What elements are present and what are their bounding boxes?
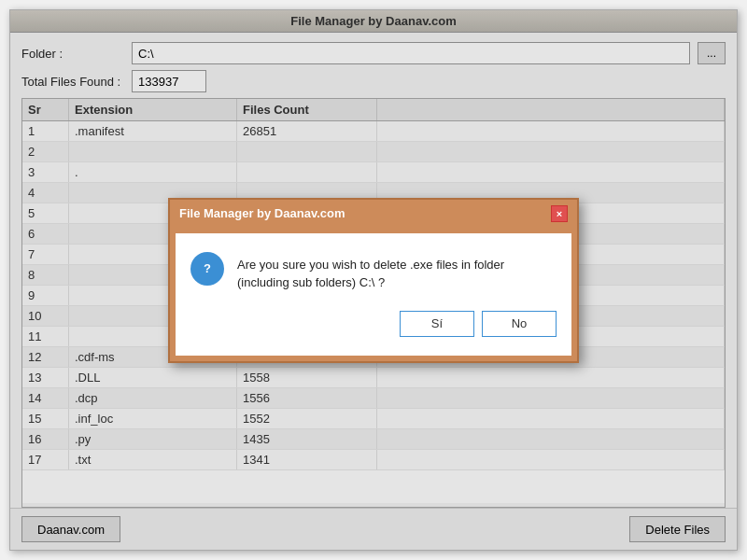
question-icon: ? xyxy=(190,252,224,286)
dialog-title: File Manager by Daanav.com xyxy=(179,206,345,220)
dialog-no-button[interactable]: No xyxy=(482,311,557,337)
main-window: File Manager by Daanav.com Folder : ... … xyxy=(9,9,738,551)
dialog-buttons: Sí No xyxy=(190,311,557,337)
dialog-close-button[interactable]: × xyxy=(551,205,568,222)
dialog-content: ? Are you sure you wish to delete .exe f… xyxy=(190,252,557,292)
dialog-yes-button[interactable]: Sí xyxy=(400,311,474,337)
dialog-title-bar: File Manager by Daanav.com × xyxy=(170,200,577,228)
confirm-dialog: File Manager by Daanav.com × ? Are you s… xyxy=(168,198,579,363)
dialog-body: ? Are you sure you wish to delete .exe f… xyxy=(176,233,571,356)
dialog-message: Are you sure you wish to delete .exe fil… xyxy=(237,252,557,292)
dialog-overlay: File Manager by Daanav.com × ? Are you s… xyxy=(10,10,737,550)
